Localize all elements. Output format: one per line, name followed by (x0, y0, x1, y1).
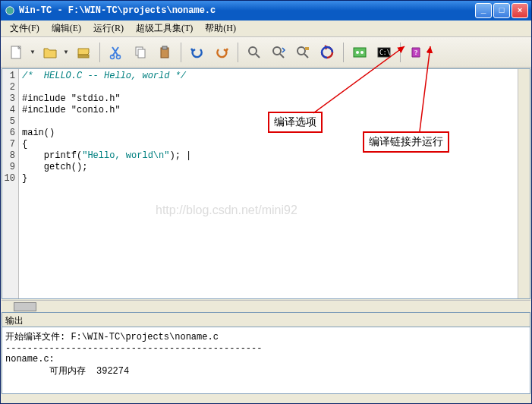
find-next-button[interactable] (267, 41, 290, 64)
cut-button[interactable] (105, 41, 127, 64)
svg-text:?: ? (414, 49, 418, 56)
app-window: Win-TC - F:\WIN-TC\projects\noname.c _ □… (0, 0, 532, 404)
line-gutter: 1 2 3 4 5 6 7 8 9 10 (2, 69, 19, 298)
output-body[interactable]: 开始编译文件: F:\WIN-TC\projects\noname.c ----… (2, 327, 530, 394)
paste-button[interactable] (153, 41, 176, 64)
svg-point-15 (360, 51, 364, 54)
vertical-scrollbar[interactable] (518, 69, 530, 298)
replace-button[interactable] (291, 41, 314, 64)
open-file-button[interactable] (39, 41, 61, 64)
svg-point-10 (273, 47, 281, 55)
app-icon (4, 5, 16, 17)
copy-button[interactable] (129, 41, 152, 64)
window-title: Win-TC - F:\WIN-TC\projects\noname.c (19, 5, 475, 16)
svg-point-11 (297, 47, 305, 55)
window-controls: _ □ × (475, 3, 528, 18)
svg-text:C:\: C:\ (379, 49, 391, 56)
new-file-button[interactable] (5, 41, 28, 64)
redo-button[interactable] (210, 41, 233, 64)
horizontal-scrollbar[interactable] (2, 300, 530, 312)
svg-rect-13 (354, 48, 366, 57)
close-button[interactable]: × (512, 3, 528, 18)
find-button[interactable] (243, 41, 266, 64)
help-button[interactable]: ? (405, 41, 428, 64)
svg-rect-2 (78, 55, 89, 58)
annotation-compile-run: 编译链接并运行 (363, 131, 449, 153)
titlebar[interactable]: Win-TC - F:\WIN-TC\projects\noname.c _ □… (1, 1, 531, 21)
svg-point-14 (356, 51, 359, 54)
editor-area: 1 2 3 4 5 6 7 8 9 10 /* HELLO.C -- Hello… (2, 68, 530, 299)
svg-point-0 (6, 7, 14, 15)
menu-edit[interactable]: 编辑(E) (46, 21, 87, 36)
menu-tools[interactable]: 超级工具集(T) (130, 21, 199, 36)
minimize-button[interactable]: _ (475, 3, 492, 18)
watermark: http://blog.csdn.net/mini92 (156, 204, 297, 216)
open-dropdown[interactable]: ▼ (61, 49, 71, 55)
save-button[interactable] (72, 41, 95, 64)
compile-options-button[interactable] (348, 41, 371, 64)
menu-help[interactable]: 帮助(H) (199, 21, 242, 36)
maximize-button[interactable]: □ (493, 3, 510, 18)
svg-point-4 (117, 55, 121, 58)
menubar: 文件(F) 编辑(E) 运行(R) 超级工具集(T) 帮助(H) (1, 21, 531, 37)
undo-button[interactable] (186, 41, 209, 64)
output-panel: 输出 开始编译文件: F:\WIN-TC\projects\noname.c -… (2, 312, 530, 394)
svg-point-9 (249, 47, 257, 55)
scrollbar-thumb[interactable] (14, 302, 36, 311)
code-editor[interactable]: /* HELLO.C -- Hello, world */ #include "… (19, 69, 518, 298)
annotation-compile-options: 编译选项 (268, 112, 323, 133)
svg-rect-12 (305, 47, 309, 50)
svg-rect-8 (162, 46, 167, 49)
refresh-button[interactable] (316, 41, 338, 64)
new-dropdown[interactable]: ▼ (28, 49, 37, 55)
svg-rect-6 (138, 49, 145, 58)
svg-point-3 (111, 55, 115, 58)
menu-file[interactable]: 文件(F) (4, 21, 46, 36)
text-cursor: | (186, 150, 191, 161)
toolbar: ▼ ▼ C:\ ? (1, 37, 531, 68)
menu-run[interactable]: 运行(R) (87, 21, 130, 36)
output-header: 输出 (2, 312, 530, 327)
compile-run-button[interactable]: C:\ (373, 41, 395, 64)
